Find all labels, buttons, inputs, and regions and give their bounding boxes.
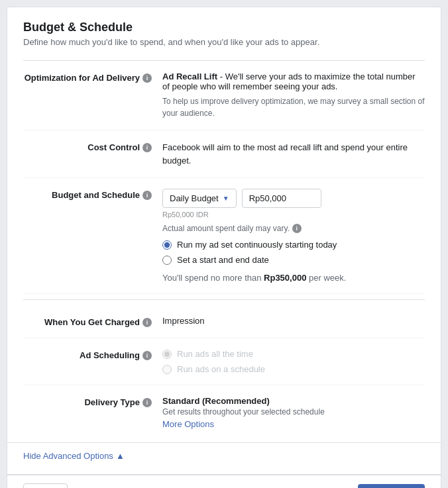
section-divider [23, 299, 425, 300]
chevron-up-icon: ▲ [116, 451, 125, 461]
ad-recall-title: Ad Recall Lift - We'll serve your ads to… [162, 72, 425, 91]
budget-amount-input[interactable] [242, 189, 321, 208]
budget-schedule-row: Budget and Schedule i Daily Budget ▼ Rp5… [23, 178, 425, 294]
optimization-label-col: Optimization for Ad Delivery i [23, 72, 162, 83]
ad-scheduling-label-col: Ad Scheduling i [23, 349, 162, 360]
delivery-type-title: Standard (Recommended) [162, 396, 425, 406]
budget-schedule-label-col: Budget and Schedule i [23, 189, 162, 200]
delivery-type-label: Delivery Type i [84, 397, 152, 407]
optimization-info-icon[interactable]: i [142, 73, 152, 83]
cost-control-text: Facebook will aim to the most ad recall … [162, 141, 425, 167]
delivery-type-row: Delivery Type i Standard (Recommended) G… [23, 385, 425, 440]
when-charged-row: When You Get Charged i Impression [23, 305, 425, 338]
cost-control-label-col: Cost Control i [23, 141, 162, 152]
optimization-row: Optimization for Ad Delivery i Ad Recall… [23, 61, 425, 130]
main-card: Budget & Schedule Define how much you'd … [7, 7, 441, 488]
ad-recall-desc: To help us improve delivery optimization… [162, 95, 425, 119]
schedule-radio-group: Run my ad set continuously starting toda… [162, 240, 425, 265]
dropdown-caret-icon: ▼ [223, 195, 229, 202]
budget-schedule-content: Daily Budget ▼ Rp50,000 IDR Actual amoun… [162, 189, 425, 283]
radio-run-all-time-input [162, 350, 172, 359]
delivery-type-content: Standard (Recommended) Get results throu… [162, 396, 425, 429]
ad-scheduling-content: Run ads all the time Run ads on a schedu… [162, 349, 425, 374]
budget-schedule-label: Budget and Schedule i [52, 190, 152, 200]
ad-scheduling-label: Ad Scheduling i [80, 350, 152, 360]
amount-vary-text: Actual amount spent daily may vary. i [162, 224, 425, 233]
radio-start-end-input[interactable] [162, 256, 172, 265]
when-charged-info-icon[interactable]: i [142, 318, 152, 327]
impression-text: Impression [162, 316, 205, 326]
when-charged-content: Impression [162, 316, 425, 326]
cost-control-info-icon[interactable]: i [142, 143, 152, 152]
continue-button[interactable]: Continue [358, 484, 425, 488]
ad-scheduling-options: Run ads all the time Run ads on a schedu… [162, 349, 425, 374]
radio-start-end[interactable]: Set a start and end date [162, 255, 425, 265]
when-charged-label: When You Get Charged i [44, 317, 152, 327]
cost-control-label: Cost Control i [87, 142, 152, 152]
ad-scheduling-row: Ad Scheduling i Run ads all the time Run… [23, 338, 425, 385]
page-title: Budget & Schedule [23, 21, 425, 34]
radio-continuous[interactable]: Run my ad set continuously starting toda… [162, 240, 425, 250]
budget-input-row: Daily Budget ▼ [162, 189, 425, 208]
spend-summary: You'll spend no more than Rp350,000 per … [162, 273, 425, 283]
budget-schedule-info-icon[interactable]: i [142, 191, 152, 200]
footer-bar: Back Continue [7, 474, 441, 488]
hide-advanced-options-link[interactable]: Hide Advanced Options ▲ [23, 451, 125, 461]
optimization-label: Optimization for Ad Delivery i [25, 73, 152, 83]
page-subtitle: Define how much you'd like to spend, and… [23, 37, 425, 47]
currency-hint: Rp50,000 IDR [162, 211, 425, 219]
radio-run-all-time: Run ads all the time [162, 349, 425, 359]
delivery-type-info-icon[interactable]: i [142, 398, 152, 407]
more-options-link[interactable]: More Options [162, 419, 214, 429]
cost-control-row: Cost Control i Facebook will aim to the … [23, 130, 425, 178]
radio-run-schedule-input [162, 365, 172, 374]
cost-control-content: Facebook will aim to the most ad recall … [162, 141, 425, 167]
budget-type-dropdown[interactable]: Daily Budget ▼ [162, 189, 237, 208]
radio-run-schedule: Run ads on a schedule [162, 364, 425, 374]
delivery-type-label-col: Delivery Type i [23, 396, 162, 407]
delivery-type-desc: Get results throughout your selected sch… [162, 407, 425, 416]
back-button[interactable]: Back [23, 483, 68, 488]
radio-continuous-input[interactable] [162, 240, 172, 250]
optimization-content: Ad Recall Lift - We'll serve your ads to… [162, 72, 425, 119]
amount-vary-info-icon[interactable]: i [292, 224, 302, 233]
when-charged-label-col: When You Get Charged i [23, 316, 162, 327]
ad-scheduling-info-icon[interactable]: i [142, 351, 152, 360]
advanced-options-row: Hide Advanced Options ▲ [7, 442, 441, 469]
